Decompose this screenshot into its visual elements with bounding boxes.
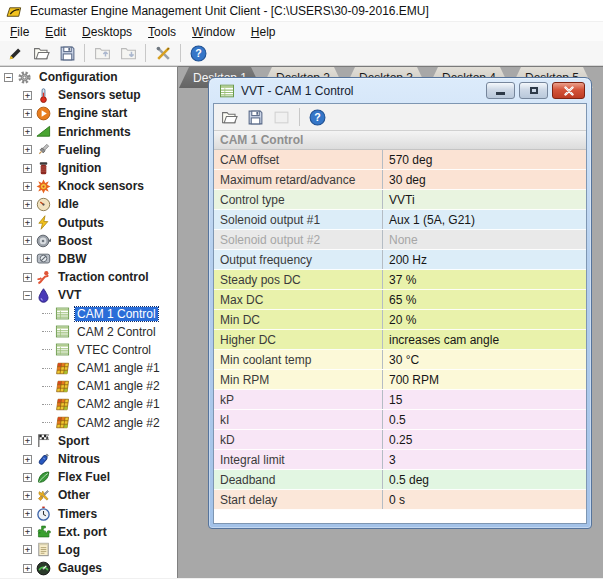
param-value[interactable]: 30 deg — [382, 170, 586, 189]
param-value[interactable]: 570 deg — [382, 150, 586, 169]
param-value[interactable]: 65 % — [382, 290, 586, 309]
expand-icon[interactable]: + — [23, 164, 32, 173]
sidebar-item-sport[interactable]: +Sport — [0, 432, 177, 450]
param-row-min-dc[interactable]: Min DC20 % — [214, 310, 586, 330]
param-row-cam-offset[interactable]: CAM offset570 deg — [214, 150, 586, 170]
sidebar-item-boost[interactable]: +Boost — [0, 232, 177, 250]
expand-icon[interactable]: + — [23, 273, 32, 282]
expand-icon[interactable]: + — [23, 254, 32, 263]
collapse-icon[interactable]: − — [4, 73, 13, 82]
menu-desktops[interactable]: Desktops — [74, 23, 140, 41]
sidebar-item-traction-control[interactable]: +Traction control — [0, 268, 177, 286]
menu-file[interactable]: File — [2, 23, 37, 41]
expand-icon[interactable]: + — [23, 236, 32, 245]
param-value[interactable]: 200 Hz — [382, 250, 586, 269]
minimize-button[interactable] — [486, 82, 515, 99]
param-row-min-coolant-temp[interactable]: Min coolant temp30 °C — [214, 350, 586, 370]
sidebar-item-timers[interactable]: +Timers — [0, 505, 177, 523]
expand-icon[interactable]: + — [23, 455, 32, 464]
help-icon[interactable]: ? — [306, 107, 329, 128]
window-titlebar[interactable]: VVT - CAM 1 Control — [213, 78, 587, 103]
param-row-maximum-retard-advance[interactable]: Maximum retard/advance30 deg — [214, 170, 586, 190]
param-row-control-type[interactable]: Control typeVVTi — [214, 190, 586, 210]
open-file-icon[interactable] — [218, 107, 241, 128]
param-row-solenoid-output-1[interactable]: Solenoid output #1Aux 1 (5A, G21) — [214, 210, 586, 230]
close-button[interactable] — [552, 82, 585, 99]
param-row-min-rpm[interactable]: Min RPM700 RPM — [214, 370, 586, 390]
param-row-integral-limit[interactable]: Integral limit3 — [214, 450, 586, 470]
sidebar-item-dbw[interactable]: +DBW — [0, 250, 177, 268]
param-value[interactable]: 15 — [382, 390, 586, 409]
menu-help[interactable]: Help — [243, 23, 284, 41]
expand-icon[interactable]: + — [23, 200, 32, 209]
param-value[interactable]: increases cam angle — [382, 330, 586, 349]
sidebar-item-engine-start[interactable]: +Engine start — [0, 104, 177, 122]
sidebar-item-cam2-angle-1[interactable]: CAM2 angle #1 — [0, 395, 177, 413]
param-value[interactable]: 0.5 deg — [382, 470, 586, 489]
expand-icon[interactable]: + — [23, 473, 32, 482]
expand-icon[interactable]: + — [23, 509, 32, 518]
param-value[interactable]: 20 % — [382, 310, 586, 329]
sidebar-item-outputs[interactable]: +Outputs — [0, 214, 177, 232]
sidebar-item-vtec-control[interactable]: VTEC Control — [0, 341, 177, 359]
expand-icon[interactable]: + — [23, 436, 32, 445]
param-value[interactable]: 3 — [382, 450, 586, 469]
sidebar-item-enrichments[interactable]: +Enrichments — [0, 123, 177, 141]
menu-tools[interactable]: Tools — [140, 23, 184, 41]
param-row-deadband[interactable]: Deadband0.5 deg — [214, 470, 586, 490]
expand-icon[interactable]: + — [23, 218, 32, 227]
sidebar-item-nitrous[interactable]: +Nitrous — [0, 450, 177, 468]
sidebar-item-idle[interactable]: +Idle — [0, 195, 177, 213]
expand-icon[interactable]: + — [23, 145, 32, 154]
param-value[interactable]: 0.5 — [382, 410, 586, 429]
sidebar-item-log[interactable]: +Log — [0, 541, 177, 559]
expand-icon[interactable]: + — [23, 564, 32, 573]
expand-icon[interactable]: + — [23, 182, 32, 191]
sidebar-item-cam2-angle-2[interactable]: CAM2 angle #2 — [0, 414, 177, 432]
param-row-higher-dc[interactable]: Higher DCincreases cam angle — [214, 330, 586, 350]
param-row-solenoid-output-2[interactable]: Solenoid output #2None — [214, 230, 586, 250]
param-row-max-dc[interactable]: Max DC65 % — [214, 290, 586, 310]
expand-icon[interactable]: + — [23, 527, 32, 536]
sidebar-item-sensors-setup[interactable]: +Sensors setup — [0, 86, 177, 104]
sidebar-item-configuration[interactable]: −Configuration — [0, 68, 177, 86]
sidebar-item-gauges[interactable]: +Gauges — [0, 559, 177, 577]
param-row-steady-pos-dc[interactable]: Steady pos DC37 % — [214, 270, 586, 290]
sidebar-item-cam1-angle-2[interactable]: CAM1 angle #2 — [0, 377, 177, 395]
param-value[interactable]: 700 RPM — [382, 370, 586, 389]
param-value[interactable]: VVTi — [382, 190, 586, 209]
sidebar-item-vvt[interactable]: −VVT — [0, 286, 177, 304]
pen-icon[interactable] — [3, 42, 27, 64]
param-row-start-delay[interactable]: Start delay0 s — [214, 490, 586, 510]
help-icon[interactable]: ? — [186, 42, 210, 64]
sidebar-item-cam1-angle-1[interactable]: CAM1 angle #1 — [0, 359, 177, 377]
param-value[interactable]: 37 % — [382, 270, 586, 289]
expand-icon[interactable]: + — [23, 491, 32, 500]
maximize-button[interactable] — [519, 82, 548, 99]
param-value[interactable]: Aux 1 (5A, G21) — [382, 210, 586, 229]
sidebar-item-cam-2-control[interactable]: CAM 2 Control — [0, 323, 177, 341]
param-value[interactable]: 0 s — [382, 490, 586, 509]
sidebar-item-fueling[interactable]: +Fueling — [0, 141, 177, 159]
sidebar-item-knock-sensors[interactable]: +Knock sensors — [0, 177, 177, 195]
expand-icon[interactable]: + — [23, 91, 32, 100]
tools-icon[interactable] — [151, 42, 175, 64]
save-file-icon[interactable] — [55, 42, 79, 64]
sidebar-item-ext-port[interactable]: +Ext. port — [0, 523, 177, 541]
sidebar-item-flex-fuel[interactable]: +Flex Fuel — [0, 468, 177, 486]
collapse-icon[interactable]: − — [23, 291, 32, 300]
expand-icon[interactable]: + — [23, 127, 32, 136]
param-row-kp[interactable]: kP15 — [214, 390, 586, 410]
save-file-icon[interactable] — [244, 107, 267, 128]
param-value[interactable]: 0.25 — [382, 430, 586, 449]
menu-window[interactable]: Window — [184, 23, 243, 41]
param-row-kd[interactable]: kD0.25 — [214, 430, 586, 450]
sidebar-item-other[interactable]: +Other — [0, 486, 177, 504]
expand-icon[interactable]: + — [23, 109, 32, 118]
sidebar-item-cam-1-control[interactable]: CAM 1 Control — [0, 304, 177, 322]
menu-edit[interactable]: Edit — [37, 23, 74, 41]
sidebar-item-ignition[interactable]: +Ignition — [0, 159, 177, 177]
param-value[interactable]: 30 °C — [382, 350, 586, 369]
param-row-output-frequency[interactable]: Output frequency200 Hz — [214, 250, 586, 270]
open-file-icon[interactable] — [29, 42, 53, 64]
